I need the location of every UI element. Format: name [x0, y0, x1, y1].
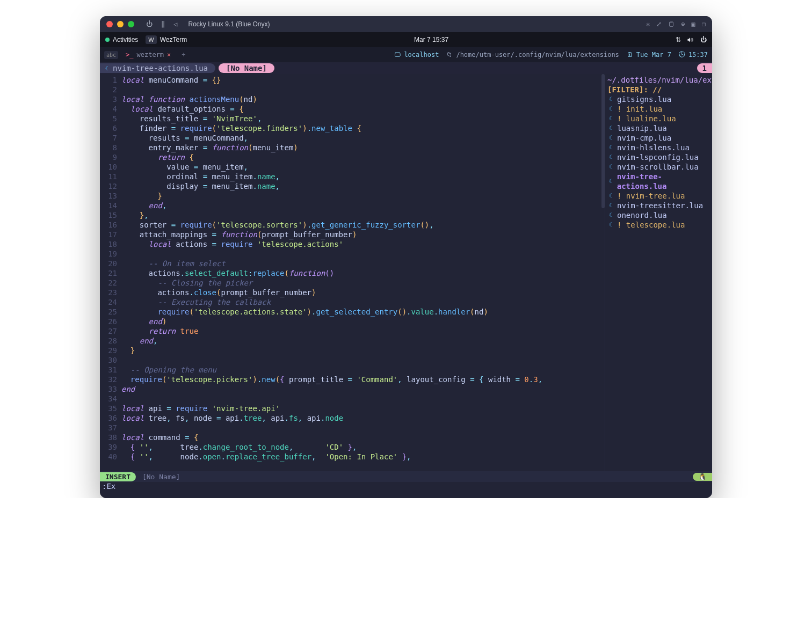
file-tree-sidebar[interactable]: ~/.dotfiles/nvim/lua/exte [FILTER]: // ☾… — [605, 74, 712, 471]
line-number: 1 — [100, 75, 117, 85]
tree-file[interactable]: ☾nvim-scrollbar.lua — [607, 162, 710, 172]
code-line[interactable]: { '', tree.change_root_to_node, 'CD' }, — [121, 442, 605, 452]
buffer-tab-2-active[interactable]: [No Name] — [219, 63, 274, 73]
code-line[interactable]: value = menu_item, — [121, 162, 605, 172]
code-line[interactable]: sorter = require('telescope.sorters').ge… — [121, 220, 605, 230]
tree-file[interactable]: ☾! telescope.lua — [607, 220, 710, 230]
code-line[interactable]: require('telescope.actions.state').get_s… — [121, 307, 605, 317]
code-line[interactable] — [121, 355, 605, 365]
code-line[interactable]: actions.close(prompt_buffer_number) — [121, 288, 605, 297]
line-number: 35 — [100, 404, 117, 413]
back-icon[interactable]: ◁ — [171, 20, 179, 28]
gnome-clock[interactable]: Mar 7 15:37 — [414, 36, 448, 43]
clipboard-icon[interactable]: 📋︎ — [668, 20, 675, 28]
code-line[interactable]: } — [121, 346, 605, 355]
line-number: 11 — [100, 172, 117, 181]
tree-file[interactable]: ☾gitsigns.lua — [607, 94, 710, 104]
tree-file-name: nvim-hlslens.lua — [617, 143, 690, 152]
filter-input[interactable]: [FILTER]: // — [607, 85, 710, 94]
spinner-icon: ✲ — [646, 20, 650, 28]
network-icon[interactable]: ⇅ — [676, 36, 681, 43]
code-content[interactable]: local menuCommand = {} local function ac… — [121, 74, 605, 471]
input-mode-badge: abc — [104, 51, 118, 59]
code-line[interactable]: return true — [121, 326, 605, 336]
code-line[interactable]: actions.select_default:replace(function(… — [121, 268, 605, 278]
code-line[interactable]: entry_maker = function(menu_item) — [121, 143, 605, 152]
power-icon[interactable]: ⏻ — [144, 20, 155, 28]
code-line[interactable]: local function actionsMenu(nd) — [121, 94, 605, 104]
code-line[interactable]: results = menuCommand, — [121, 133, 605, 143]
code-line[interactable]: end) — [121, 317, 605, 326]
close-tab-icon[interactable]: × — [167, 51, 171, 58]
globe-icon[interactable]: ⊕ — [681, 20, 685, 28]
activities-dot-icon — [105, 38, 110, 42]
code-line[interactable]: local tree, fs, node = api.tree, api.fs,… — [121, 413, 605, 423]
tree-file[interactable]: ☾nvim-tree-actions.lua — [607, 172, 710, 191]
minimize-window-button[interactable] — [117, 21, 124, 27]
code-line[interactable]: local menuCommand = {} — [121, 75, 605, 85]
windows-icon[interactable]: ❐ — [702, 20, 706, 28]
code-line[interactable]: local default_options = { — [121, 104, 605, 114]
code-line[interactable]: local command = { — [121, 433, 605, 442]
line-number: 16 — [100, 220, 117, 230]
os-indicator: 🐧 — [693, 473, 712, 481]
code-line[interactable] — [121, 394, 605, 404]
code-line[interactable]: require('telescope.pickers').new({ promp… — [121, 375, 605, 384]
activities-button[interactable]: Activities — [105, 36, 138, 43]
line-number: 13 — [100, 191, 117, 201]
nvim-cmdline[interactable]: :Ex — [100, 482, 712, 493]
tree-file[interactable]: ☾! nvim-tree.lua — [607, 191, 710, 201]
code-line[interactable]: end, — [121, 201, 605, 210]
tree-file[interactable]: ☾onenord.lua — [607, 210, 710, 220]
tree-file[interactable]: ☾nvim-lspconfig.lua — [607, 152, 710, 162]
code-line[interactable]: }, — [121, 210, 605, 220]
mac-titlebar: ⏻ ‖ ◁ Rocky Linux 9.1 (Blue Onyx) ✲ ⤢ 📋︎… — [100, 16, 712, 32]
line-number: 28 — [100, 336, 117, 346]
code-line[interactable]: attach_mappings = function(prompt_buffer… — [121, 230, 605, 239]
lua-icon: ☾ — [607, 143, 614, 152]
line-number: 32 — [100, 375, 117, 384]
code-line[interactable]: end, — [121, 336, 605, 346]
code-line[interactable]: } — [121, 191, 605, 201]
code-line[interactable] — [121, 249, 605, 259]
folder-icon[interactable]: ▣ — [692, 20, 695, 28]
editor-area[interactable]: 1234567891011121314151617181920212223242… — [100, 74, 712, 471]
lua-icon: ☾ — [105, 65, 108, 71]
new-tab-button[interactable]: + — [178, 51, 189, 58]
tree-file[interactable]: ☾! lualine.lua — [607, 114, 710, 123]
code-line[interactable]: results_title = 'NvimTree', — [121, 114, 605, 123]
code-line[interactable]: end — [121, 384, 605, 394]
buffer-tab-1[interactable]: ☾ nvim-tree-actions.lua — [100, 63, 215, 73]
volume-icon[interactable]: 🔊︎ — [687, 36, 694, 43]
tree-file[interactable]: ☾nvim-treesitter.lua — [607, 201, 710, 210]
code-line[interactable] — [121, 423, 605, 433]
code-line[interactable]: ordinal = menu_item.name, — [121, 172, 605, 181]
gnome-top-bar: Activities W WezTerm Mar 7 15:37 ⇅ 🔊︎ ⏻ — [100, 32, 712, 47]
tree-file[interactable]: ☾! init.lua — [607, 104, 710, 114]
code-line[interactable]: return { — [121, 152, 605, 162]
code-line[interactable]: -- Opening the menu — [121, 365, 605, 375]
code-line[interactable]: -- Closing the picker — [121, 278, 605, 288]
terminal-tab[interactable]: >_ wezterm × — [122, 51, 174, 58]
lua-icon: ☾ — [607, 152, 614, 162]
code-line[interactable]: { '', node.open.replace_tree_buffer, 'Op… — [121, 452, 605, 462]
code-line[interactable] — [121, 85, 605, 94]
close-window-button[interactable] — [106, 21, 113, 27]
power-menu-icon[interactable]: ⏻ — [700, 36, 707, 43]
current-app[interactable]: W WezTerm — [146, 35, 187, 44]
tree-file[interactable]: ☾nvim-cmp.lua — [607, 133, 710, 143]
code-line[interactable]: display = menu_item.name, — [121, 181, 605, 191]
tree-file[interactable]: ☾luasnip.lua — [607, 123, 710, 133]
pause-icon[interactable]: ‖ — [159, 20, 167, 28]
tree-file-name: nvim-tree-actions.lua — [617, 172, 710, 191]
code-line[interactable]: finder = require('telescope.finders').ne… — [121, 123, 605, 133]
expand-icon[interactable]: ⤢ — [656, 20, 662, 28]
code-line[interactable]: local api = require 'nvim-tree.api' — [121, 404, 605, 413]
scrollbar[interactable] — [601, 74, 605, 208]
code-line[interactable]: -- On item select — [121, 259, 605, 268]
nvim-bufferline: ☾ nvim-tree-actions.lua [No Name] 1 — [100, 62, 712, 74]
code-line[interactable]: local actions = require 'telescope.actio… — [121, 239, 605, 249]
tree-file[interactable]: ☾nvim-hlslens.lua — [607, 143, 710, 152]
maximize-window-button[interactable] — [128, 21, 134, 27]
code-line[interactable]: -- Executing the callback — [121, 297, 605, 307]
